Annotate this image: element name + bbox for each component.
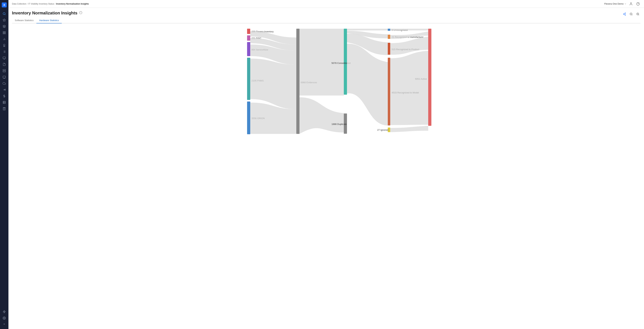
chevron-down-icon [624,3,626,5]
breadcrumb-current: Inventory Normalization Insights [56,3,89,5]
breadcrumb-sep-1: / [27,3,28,5]
page-actions [622,12,640,17]
svg-line-3 [5,14,5,15]
sidebar: X [0,0,8,329]
label-duplicate: 1888 Duplicate [332,123,347,125]
svg-point-29 [4,89,5,90]
node-orion[interactable] [247,102,250,134]
sidebar-item-monitor[interactable] [2,55,7,61]
sidebar-item-gear[interactable] [2,315,7,321]
svg-point-38 [4,318,5,319]
svg-rect-31 [3,101,6,104]
node-risc[interactable] [247,35,250,41]
zoom-in-btn[interactable] [635,12,640,17]
tab-software[interactable]: Software Statistics [12,18,36,24]
svg-rect-6 [3,32,4,32]
sankey-diagram: 220 Flexera Inventory 221 RISC 864 Servi… [12,27,640,325]
user-menu[interactable]: Flexera One Demo [604,3,626,5]
help-btn[interactable] [636,2,640,6]
sidebar-item-list[interactable] [2,49,7,55]
svg-marker-5 [3,25,6,27]
sidebar-item-grid[interactable] [2,30,7,36]
svg-point-2 [3,13,5,15]
flow-consolidated-model [347,44,388,125]
svg-rect-27 [3,76,6,78]
node-recognized-model[interactable] [388,58,390,125]
flow-evidences-duplicate [300,97,344,134]
svg-rect-23 [3,70,6,71]
node-active[interactable] [428,29,432,126]
breadcrumb-part-2[interactable]: IT Visibility Inventory Status [28,3,54,5]
flow-consolidated-unrecognized [347,29,388,31]
user-label: Flexera One Demo [604,3,624,5]
topbar: Data Collection / IT Visibility Inventor… [8,0,644,8]
share-btn[interactable] [622,12,627,17]
node-recognized-product[interactable] [388,43,390,55]
svg-marker-37 [3,310,6,313]
page-title-row: Inventory Normalization Insights [12,11,82,16]
svg-point-46 [623,14,624,15]
svg-point-45 [625,13,626,14]
svg-rect-28 [4,78,5,79]
label-ignored: 27 Ignored [377,129,388,131]
zoom-out-btn[interactable] [628,12,634,17]
sidebar-item-server[interactable] [2,68,7,74]
sankey-svg: 220 Flexera Inventory 221 RISC 864 Servi… [12,27,640,136]
node-evidences[interactable] [296,29,300,134]
sidebar-item-chart[interactable] [2,36,7,42]
node-fnms[interactable] [247,58,250,100]
node-flexera[interactable] [247,29,250,34]
main-content: Data Collection / IT Visibility Inventor… [8,0,644,329]
sidebar-item-settings1[interactable] [2,87,7,93]
sidebar-item-doc[interactable] [2,62,7,67]
sidebar-item-favorites[interactable] [2,17,7,23]
page-title: Inventory Normalization Insights [12,11,78,16]
tab-hardware[interactable]: Hardware Statistics [36,18,62,24]
svg-rect-8 [3,33,4,34]
sidebar-item-badge[interactable] [2,43,7,48]
svg-line-54 [638,15,639,15]
svg-point-39 [630,3,632,4]
sidebar-item-cloud[interactable] [2,81,7,86]
flow-fnms-evidences [250,59,296,109]
svg-text:X: X [3,4,5,7]
sidebar-item-stack[interactable] [2,106,7,112]
flow-model-active [390,51,428,125]
svg-point-13 [4,44,5,46]
page-info-icon[interactable] [79,11,82,15]
sidebar-item-dollar[interactable] [2,93,7,99]
node-recognized-mfr[interactable] [388,35,390,39]
svg-rect-7 [4,32,6,32]
topbar-right: Flexera One Demo [604,2,640,6]
svg-rect-9 [4,33,6,34]
svg-marker-4 [3,19,6,21]
svg-point-47 [625,15,626,16]
sidebar-item-desktop[interactable] [2,74,7,80]
node-servicenow[interactable] [247,42,250,56]
breadcrumb-part-1[interactable]: Data Collection [12,3,26,5]
sidebar-item-search[interactable] [2,11,7,17]
svg-rect-20 [3,57,6,59]
sidebar-item-table[interactable] [2,100,7,105]
sidebar-item-bolt[interactable] [2,309,7,314]
node-unrecognized[interactable] [388,29,390,31]
breadcrumb-sep-2: / [55,3,56,5]
flow-ignored-active [390,126,428,132]
svg-line-49 [624,13,625,14]
app-logo[interactable]: X [2,2,7,8]
svg-line-51 [632,15,632,15]
svg-line-48 [624,14,625,15]
flow-unrecognized-active [390,29,428,31]
svg-rect-24 [3,71,6,72]
user-profile-btn[interactable] [628,2,634,6]
sidebar-item-layers[interactable] [2,24,7,29]
chart-container: 220 Flexera Inventory 221 RISC 864 Servi… [8,24,644,329]
tabs: Software Statistics Hardware Statistics [12,18,640,24]
page-header: Inventory Normalization Insights [8,8,644,24]
sidebar-expand-btn[interactable] [2,321,7,327]
breadcrumb: Data Collection / IT Visibility Inventor… [12,3,89,5]
